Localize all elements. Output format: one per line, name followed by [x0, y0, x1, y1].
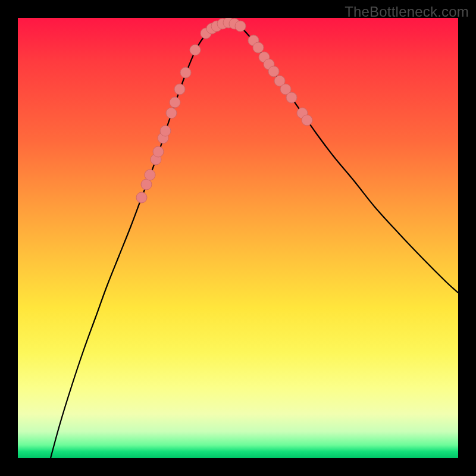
data-dot — [160, 126, 171, 136]
data-dot — [190, 45, 201, 55]
plot-area — [18, 18, 458, 458]
bottleneck-curve — [51, 23, 458, 458]
chart-frame: TheBottleneck.com — [0, 0, 476, 476]
data-dot — [170, 97, 180, 108]
data-dot — [141, 179, 152, 190]
data-dot — [153, 146, 164, 157]
data-dot — [166, 108, 177, 118]
data-dots — [136, 18, 312, 203]
data-dot — [145, 170, 155, 180]
data-dot — [136, 192, 147, 203]
data-dot — [180, 67, 191, 78]
data-dot — [286, 92, 297, 103]
data-dot — [253, 42, 264, 53]
data-dot — [268, 66, 279, 77]
data-dot — [174, 84, 185, 95]
chart-svg — [18, 18, 458, 458]
data-dot — [235, 21, 246, 32]
data-dot — [302, 115, 312, 126]
